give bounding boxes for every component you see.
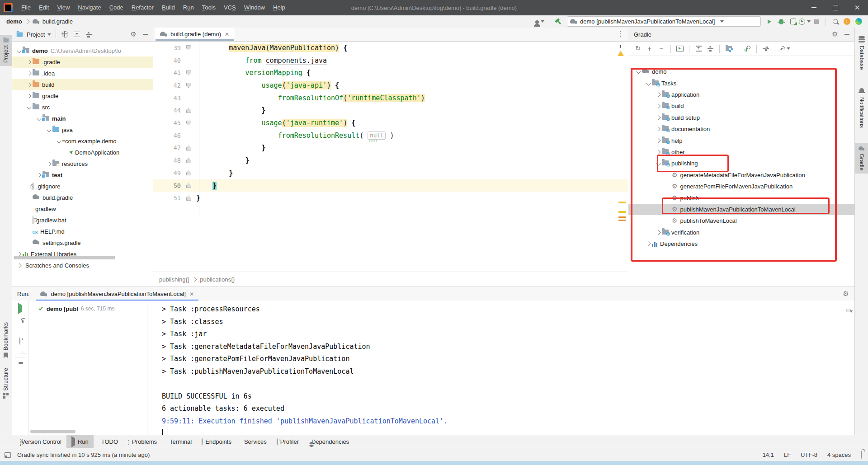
collapse-all-button[interactable] (83, 29, 94, 40)
tool-window-button-services[interactable]: Services (236, 435, 272, 448)
project-item-test[interactable]: test (12, 169, 153, 181)
tool-window-button-version-control[interactable]: Version Control (14, 435, 66, 448)
code-line-51[interactable]: 51} (153, 192, 628, 204)
project-item-java[interactable]: java (12, 124, 153, 136)
project-item-help-md[interactable]: MDHELP.md (12, 226, 153, 237)
close-tab-icon[interactable]: ✕ (225, 31, 229, 38)
gradle-node-demo[interactable]: demo (628, 66, 854, 77)
menu-navigate[interactable]: Navigate (74, 0, 105, 15)
tool-window-button-problems[interactable]: !Problems (123, 435, 162, 448)
project-item-src[interactable]: src (12, 102, 153, 113)
breadcrumb-project[interactable]: demo (6, 18, 22, 25)
analyze-dependencies-button[interactable] (741, 43, 753, 54)
menu-build[interactable]: Build (158, 0, 179, 15)
project-item--gradle[interactable]: .gradle (12, 56, 153, 68)
hide-gradle-panel-button[interactable] (841, 29, 853, 40)
menu-help[interactable]: Help (269, 0, 289, 15)
chevron-right-icon[interactable] (656, 138, 660, 143)
fold-marker-icon[interactable] (186, 146, 191, 150)
gradle-node-verification[interactable]: ⚙verification (628, 227, 854, 238)
menu-window[interactable]: Window (240, 0, 269, 15)
status-message[interactable]: Gradle sync finished in 10 s 925 ms (a m… (17, 451, 150, 458)
tool-window-button-todo[interactable]: TODO (94, 435, 123, 448)
menu-vcs[interactable]: VCS (220, 0, 240, 15)
project-item-demo[interactable]: demoC:\Users\Admin\Desktop\lo (12, 45, 153, 56)
gradle-node-publish[interactable]: ⚙publish (628, 192, 854, 203)
inspection-warning-icon[interactable] (618, 44, 624, 51)
expand-all-button[interactable] (71, 29, 83, 40)
close-window-button[interactable]: ✕ (846, 0, 868, 15)
chevron-down-icon[interactable] (27, 105, 31, 110)
chevron-down-icon[interactable] (57, 139, 61, 144)
gradle-settings-button[interactable]: ⚙ (829, 29, 841, 40)
menu-code[interactable]: Code (105, 0, 127, 15)
code-line-50[interactable]: 50 } (153, 179, 628, 192)
chevron-right-icon[interactable] (37, 173, 41, 178)
project-item-resources[interactable]: resources (12, 158, 153, 169)
tool-window-button-dependencies[interactable]: Dependencies (304, 435, 354, 448)
chevron-down-icon[interactable] (37, 117, 41, 121)
chevron-down-icon[interactable] (47, 128, 51, 132)
select-opened-file-button[interactable] (59, 29, 71, 40)
project-item--gitignore[interactable]: .gitignore (12, 181, 153, 192)
gradle-collapse-all-button[interactable] (704, 43, 716, 54)
run-panel-settings-button[interactable]: ⚙ (840, 289, 852, 300)
project-item-settings-gradle[interactable]: settings.gradle (12, 237, 153, 249)
menu-file[interactable]: File (17, 0, 35, 15)
debug-button[interactable] (775, 16, 787, 27)
code-line-46[interactable]: 46 fromResolutionResult( null ) (153, 129, 628, 142)
gradle-expand-all-button[interactable] (693, 43, 704, 54)
code-with-me-button[interactable] (853, 16, 864, 27)
ide-update-button[interactable]: ↑ (841, 16, 853, 27)
code-line-49[interactable]: 49 } (153, 167, 628, 179)
fold-marker-icon[interactable] (186, 170, 191, 175)
fold-marker-icon[interactable] (186, 83, 191, 88)
toggle-offline-mode-button[interactable] (760, 43, 772, 54)
group-modules-button[interactable] (723, 43, 735, 54)
gradle-node-build[interactable]: ⚙build (628, 100, 854, 112)
breadcrumb-publishing[interactable]: publishing{} (159, 276, 189, 283)
run-tree-node[interactable]: ✔ demo [publ 6 sec, 715 ms (38, 305, 147, 312)
chevron-down-icon[interactable] (646, 81, 651, 85)
maximize-window-button[interactable] (825, 0, 846, 15)
tool-tab-structure[interactable]: Structure (0, 365, 12, 402)
project-item-gradlew[interactable]: gradlew (12, 203, 153, 215)
code-line-45[interactable]: 45 usage('java-runtime') { (153, 117, 628, 129)
chevron-right-icon[interactable] (646, 242, 651, 246)
gradle-node-publishtomavenlocal[interactable]: ⚙publishToMavenLocal (628, 215, 854, 226)
gradle-node-help[interactable]: ⚙help (628, 135, 854, 146)
code-line-40[interactable]: 40 from components.java (153, 54, 628, 67)
attach-gradle-project-button[interactable]: + (644, 43, 656, 54)
chevron-down-icon[interactable] (17, 49, 21, 53)
tool-tab-notifications[interactable]: Notifications (855, 85, 868, 131)
chevron-right-icon[interactable] (17, 263, 21, 268)
tool-window-button-endpoints[interactable]: Endpoints (197, 435, 236, 448)
chevron-right-icon[interactable] (656, 230, 660, 235)
gradle-build-tool-settings-button[interactable] (778, 43, 790, 54)
fold-marker-icon[interactable] (186, 45, 191, 50)
gradle-node-generatemetadatafileformavenjavapublication[interactable]: ⚙generateMetadataFileForMavenJavaPublica… (628, 169, 854, 181)
profile-button[interactable] (799, 16, 811, 27)
menu-run[interactable]: Run (179, 0, 198, 15)
stripe-mark-orange[interactable] (618, 220, 626, 221)
project-item-scratches-and-consoles[interactable]: Scratches and Consoles (12, 260, 153, 271)
code-line-48[interactable]: 48 } (153, 154, 628, 167)
tool-window-button-profiler[interactable]: Profiler (272, 435, 304, 448)
fold-marker-icon[interactable] (186, 108, 191, 113)
chevron-right-icon[interactable] (656, 93, 660, 97)
project-item-main[interactable]: main (12, 113, 153, 124)
code-line-47[interactable]: 47 } (153, 142, 628, 155)
breadcrumb-file[interactable]: build.gradle (42, 18, 73, 25)
gradle-node-documentation[interactable]: ⚙documentation (628, 123, 854, 135)
code-line-44[interactable]: 44 } (153, 104, 628, 117)
code-line-42[interactable]: 42 usage('java-api') { (153, 79, 628, 92)
run-configuration-select[interactable]: demo [publishMavenJavaPublicationToMaven… (567, 16, 761, 27)
menu-tools[interactable]: Tools (198, 0, 220, 15)
chevron-right-icon[interactable] (656, 115, 660, 120)
line-separator-widget[interactable]: LF (784, 451, 791, 458)
chevron-down-icon[interactable] (636, 70, 641, 74)
warning-stripe-mark[interactable] (618, 202, 626, 203)
code-line-39[interactable]: 39 mavenJava(MavenPublication) { (153, 42, 628, 54)
run-tab[interactable]: demo [publishMavenJavaPublicationToMaven… (36, 287, 198, 301)
gradle-node-publishing[interactable]: ⚙publishing (628, 158, 854, 169)
